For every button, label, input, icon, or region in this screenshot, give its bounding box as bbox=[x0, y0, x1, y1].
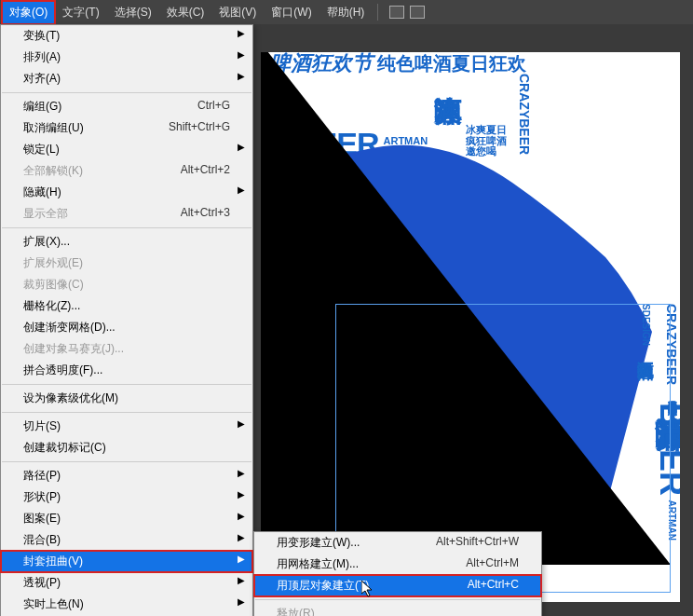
menu-effect[interactable]: 效果(C) bbox=[159, 1, 212, 24]
doc-arrange-icon[interactable] bbox=[389, 6, 404, 19]
menu-item[interactable]: 混合(B)▶ bbox=[1, 529, 252, 551]
submenu-arrow-icon: ▶ bbox=[238, 468, 245, 478]
mouse-cursor bbox=[361, 581, 376, 603]
menubar: 对象(O) 文字(T) 选择(S) 效果(C) 视图(V) 窗口(W) 帮助(H… bbox=[0, 0, 693, 24]
menu-item[interactable]: 设为像素级优化(M) bbox=[1, 388, 252, 409]
menu-view[interactable]: 视图(V) bbox=[211, 1, 264, 24]
object-menu-dropdown: 变换(T)▶排列(A)▶对齐(A)▶编组(G)Ctrl+G取消编组(U)Shif… bbox=[0, 24, 253, 616]
submenu-arrow-icon: ▶ bbox=[238, 596, 245, 607]
submenu-arrow-icon: ▶ bbox=[238, 575, 245, 585]
menu-item[interactable]: 创建裁切标记(C) bbox=[1, 437, 252, 459]
menu-item: 裁剪图像(C) bbox=[1, 274, 252, 295]
submenu-arrow-icon: ▶ bbox=[238, 49, 245, 60]
menu-item[interactable]: 用网格建立(M)...Alt+Ctrl+M bbox=[254, 554, 541, 575]
menu-item[interactable]: 图案(E)▶ bbox=[1, 508, 252, 529]
menu-item[interactable]: 隐藏(H)▶ bbox=[1, 182, 252, 203]
submenu-arrow-icon: ▶ bbox=[238, 28, 245, 38]
menu-object[interactable]: 对象(O) bbox=[2, 1, 55, 24]
menu-item[interactable]: 栅格化(Z)... bbox=[1, 295, 252, 317]
toolbar-doc-icons bbox=[384, 6, 425, 19]
doc-arrange-icon[interactable] bbox=[410, 6, 425, 19]
submenu-arrow-icon: ▶ bbox=[238, 554, 245, 564]
submenu-arrow-icon: ▶ bbox=[238, 511, 245, 521]
submenu-arrow-icon: ▶ bbox=[238, 185, 245, 195]
submenu-arrow-icon: ▶ bbox=[238, 489, 245, 500]
menu-item[interactable]: 取消编组(U)Shift+Ctrl+G bbox=[1, 117, 252, 139]
menu-item[interactable]: 变换(T)▶ bbox=[1, 25, 252, 47]
menu-item[interactable]: 路径(P)▶ bbox=[1, 465, 252, 486]
menu-select[interactable]: 选择(S) bbox=[107, 1, 159, 24]
menu-item[interactable]: 形状(P)▶ bbox=[1, 486, 252, 508]
envelope-submenu: 用变形建立(W)...Alt+Shift+Ctrl+W用网格建立(M)...Al… bbox=[253, 531, 542, 616]
menu-item: 全部解锁(K)Alt+Ctrl+2 bbox=[1, 160, 252, 182]
menu-item[interactable]: 锁定(L)▶ bbox=[1, 139, 252, 160]
menu-item[interactable]: 排列(A)▶ bbox=[1, 47, 252, 68]
menu-window[interactable]: 窗口(W) bbox=[264, 1, 319, 24]
menu-item[interactable]: 用顶层对象建立(T)Alt+Ctrl+C bbox=[254, 575, 541, 596]
menu-item: 显示全部Alt+Ctrl+3 bbox=[1, 203, 252, 225]
menu-item[interactable]: 切片(S)▶ bbox=[1, 416, 252, 437]
submenu-arrow-icon: ▶ bbox=[238, 142, 245, 152]
artboard: 啤酒狂欢节 纯色啤酒夏日狂欢 疯凉狂爽 BEER ARTMANSDESIGN 冰… bbox=[261, 52, 680, 602]
menu-item[interactable]: 拼合透明度(F)... bbox=[1, 360, 252, 381]
submenu-arrow-icon: ▶ bbox=[238, 71, 245, 81]
menu-item: 释放(R) bbox=[254, 603, 541, 616]
menu-type[interactable]: 文字(T) bbox=[55, 1, 106, 24]
menu-item[interactable]: 实时上色(N)▶ bbox=[1, 594, 252, 615]
menu-help[interactable]: 帮助(H) bbox=[319, 1, 373, 24]
submenu-arrow-icon: ▶ bbox=[238, 418, 245, 429]
menu-item[interactable]: 创建渐变网格(D)... bbox=[1, 317, 252, 338]
menu-item[interactable]: 对齐(A)▶ bbox=[1, 68, 252, 89]
submenu-arrow-icon: ▶ bbox=[238, 532, 245, 542]
menu-item[interactable]: 用变形建立(W)...Alt+Shift+Ctrl+W bbox=[254, 532, 541, 554]
menu-item[interactable]: 透视(P)▶ bbox=[1, 572, 252, 594]
menu-item: 扩展外观(E) bbox=[1, 253, 252, 274]
menu-item[interactable]: 封套扭曲(V)▶ bbox=[1, 551, 252, 572]
menu-item: 创建对象马赛克(J)... bbox=[1, 338, 252, 360]
menu-item[interactable]: 扩展(X)... bbox=[1, 231, 252, 253]
menu-item[interactable]: 编组(G)Ctrl+G bbox=[1, 96, 252, 117]
